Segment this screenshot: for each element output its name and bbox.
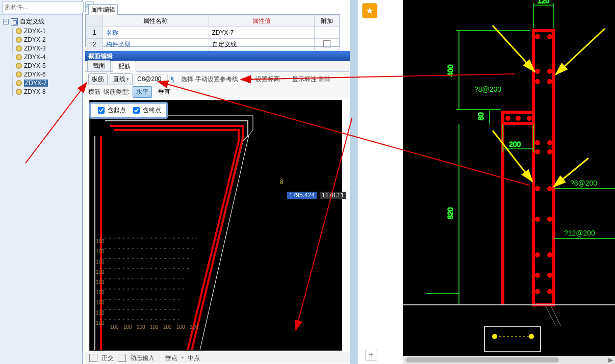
prop-name-cell[interactable]: 名称 [103, 27, 209, 39]
include-end-input[interactable] [133, 107, 140, 114]
svg-rect-25 [403, 0, 615, 356]
tree-item[interactable]: ZDYX-8 [15, 88, 81, 96]
horizontal-button[interactable]: 水平 [133, 86, 152, 98]
tree-item-label: ZDYX-7 [24, 80, 48, 87]
tree-item[interactable]: ZDYX-6 [15, 70, 81, 79]
tree-item-label: ZDYX-5 [24, 62, 46, 69]
zoom-in-button[interactable]: + [365, 349, 377, 361]
sidebar: 🔍 − 自定义线 ZDYX-1ZDYX-2ZDYX-3ZDYX-4ZDYX-5Z… [0, 0, 83, 364]
gear-icon [16, 45, 22, 51]
tree-root[interactable]: − 自定义线 [1, 17, 81, 27]
svg-text:120: 120 [537, 0, 550, 5]
svg-point-35 [505, 116, 510, 121]
svg-text:100: 100 [96, 259, 105, 265]
svg-text:100: 100 [110, 324, 119, 330]
svg-text:100: 100 [96, 320, 105, 326]
star-icon: ★ [366, 5, 374, 16]
snap-dot: • [182, 354, 184, 361]
tree-item-label: ZDYX-3 [24, 45, 46, 52]
collapse-icon[interactable]: − [3, 19, 9, 24]
delete-tool[interactable]: 删除 [319, 75, 331, 84]
select-tool[interactable]: 选择 [181, 75, 193, 84]
section-tabs: 截面 配筋 [85, 61, 349, 72]
table-row[interactable]: 2构件类型自定义线 [86, 39, 340, 50]
center-strip: ★ + [353, 0, 402, 364]
gear-icon [16, 80, 22, 86]
ortho-toggle[interactable]: 正交 [101, 354, 114, 362]
rebar-type-label: 钢筋类型: [104, 88, 130, 96]
table-row[interactable]: 1名称ZDYX-7 [86, 27, 340, 39]
rebar-spec-input[interactable] [135, 74, 164, 84]
svg-text:100: 100 [137, 324, 145, 330]
svg-text:100: 100 [96, 279, 105, 285]
vertical-rebar-button[interactable]: 纵筋 [88, 73, 108, 85]
tree-item-label: ZDYX-1 [24, 28, 46, 35]
property-editor-panel: 属性名称 属性值 附加 1名称ZDYX-72构件类型自定义线 [85, 14, 340, 47]
prop-extra-cell[interactable] [315, 27, 340, 39]
prop-header-name[interactable]: 属性名称 [103, 15, 209, 27]
prop-header-value[interactable]: 属性值 [209, 15, 315, 27]
svg-point-30 [547, 34, 552, 39]
manual-refline-tool[interactable]: 手动设置参考线 ▾ [195, 75, 243, 84]
straight-line-label: 直线 [113, 75, 125, 84]
favorite-button[interactable]: ★ [362, 3, 377, 18]
canvas-marker-8: 8 [280, 178, 284, 186]
gear-icon [16, 28, 22, 34]
cad-viewport[interactable]: 120 400 ?8@200 80 200 820 ?8@200 ?12@200 [403, 0, 615, 364]
cursor-icon [171, 75, 178, 83]
tree-item-label: ZDYX-2 [24, 36, 46, 43]
property-editor-tab[interactable]: 属性编辑 [88, 4, 118, 15]
editor-area: 属性编辑 属性名称 属性值 附加 1名称ZDYX-72构件类型自定义线 ▲ ▼ … [83, 0, 352, 364]
svg-text:?8@200: ?8@200 [474, 85, 501, 93]
tree-children: ZDYX-1ZDYX-2ZDYX-3ZDYX-4ZDYX-5ZDYX-6ZDYX… [12, 27, 81, 96]
set-elevation-tool[interactable]: 设置标高 [255, 75, 280, 84]
svg-point-40 [535, 149, 540, 154]
tab-section[interactable]: 截面 [87, 60, 111, 71]
vertical-button[interactable]: 垂直 [155, 87, 173, 97]
gear-icon [16, 63, 22, 69]
show-dimension-tool[interactable]: 显示标注 [292, 75, 317, 84]
dynamic-input-toggle[interactable]: 动态输入 [130, 354, 155, 362]
svg-point-41 [547, 149, 552, 154]
svg-point-48 [535, 273, 540, 278]
svg-text:?8@200: ?8@200 [570, 179, 597, 187]
svg-text:100: 100 [190, 324, 198, 330]
tree-item[interactable]: ZDYX-2 [15, 36, 81, 44]
include-start-input[interactable] [98, 107, 105, 114]
include-end-checkbox[interactable]: 含终点 [131, 106, 161, 115]
svg-text:100: 100 [163, 324, 172, 330]
svg-point-50 [535, 289, 540, 294]
prop-extra-cell[interactable] [315, 39, 340, 50]
tree-item[interactable]: ZDYX-5 [15, 62, 81, 70]
section-toolbar-primary: 纵筋 直线 ▾ 选择 手动设置参考线 ▾ 设置标高 显示标注 删除 [85, 72, 355, 86]
dynamic-input-icon [118, 354, 126, 362]
checkbox-icon[interactable] [323, 40, 330, 47]
svg-text:100: 100 [96, 300, 105, 305]
tree-item[interactable]: ZDYX-3 [15, 44, 81, 53]
scrollbar-thumb[interactable] [406, 357, 559, 362]
tree-item[interactable]: ZDYX-1 [15, 27, 81, 35]
section-canvas[interactable]: 1001001001001001001001001001001001001001… [89, 100, 342, 351]
svg-text:80: 80 [477, 112, 485, 120]
perpendicular-snap[interactable]: 垂点 [165, 354, 177, 362]
search-input[interactable] [2, 1, 84, 13]
scroll-right-icon[interactable]: ▶ [607, 356, 614, 363]
viewport-scrollbar[interactable]: ▶ [403, 356, 615, 364]
include-start-checkbox[interactable]: 含起点 [96, 106, 126, 115]
straight-line-button[interactable]: 直线 ▾ [110, 73, 133, 85]
midpoint-snap[interactable]: 中点 [188, 354, 200, 362]
svg-point-45 [547, 217, 552, 222]
tree-item[interactable]: ZDYX-4 [15, 53, 81, 61]
section-editor-titlebar: 截面编辑 [85, 51, 352, 61]
prop-value-cell[interactable]: 自定义线 [209, 39, 315, 50]
prop-header-extra[interactable]: 附加 [315, 15, 340, 27]
tab-rebar[interactable]: 配筋 [113, 61, 136, 72]
include-end-label: 含终点 [143, 106, 161, 115]
prop-name-cell[interactable]: 构件类型 [103, 39, 209, 50]
tree-item[interactable]: ZDYX-7 [15, 79, 81, 87]
svg-text:?12@200: ?12@200 [564, 229, 595, 237]
status-separator [160, 353, 160, 362]
prop-value-cell[interactable]: ZDYX-7 [209, 27, 315, 39]
cad-drawing: 120 400 ?8@200 80 200 820 ?8@200 ?12@200 [403, 0, 615, 356]
endpoint-checkbar: 含起点 含终点 [89, 102, 168, 119]
